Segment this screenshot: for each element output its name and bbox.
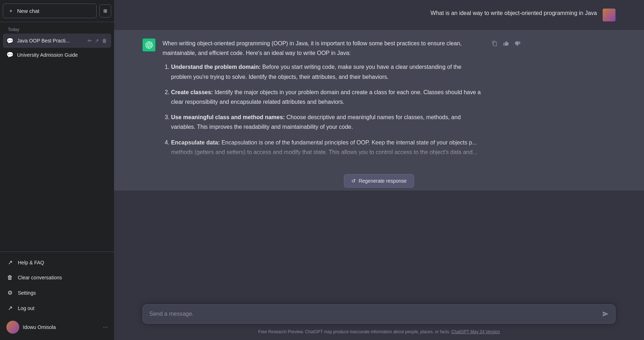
disclaimer-text: Free Research Preview. ChatGPT may produ…	[258, 329, 450, 334]
point-2-title: Create classes:	[171, 89, 213, 95]
edit-chat-button[interactable]: ✏	[87, 37, 93, 44]
message-actions	[490, 39, 522, 48]
delete-chat-button[interactable]: 🗑	[101, 37, 108, 44]
copy-icon	[492, 41, 498, 46]
chat-item-actions-1: ✏ ↗ 🗑	[87, 37, 108, 44]
assistant-avatar	[143, 39, 155, 51]
layout-icon: ⊞	[103, 8, 107, 14]
sidebar: ＋ New chat ⊞ Today 💬 Java OOP Best Pract…	[0, 0, 114, 340]
sidebar-layout-button[interactable]: ⊞	[99, 4, 111, 17]
copy-message-button[interactable]	[490, 39, 499, 48]
user-name: Idowu Omisola	[23, 324, 99, 330]
disclaimer: Free Research Preview. ChatGPT may produ…	[114, 326, 644, 340]
thumbs-up-button[interactable]	[502, 39, 510, 48]
message-input[interactable]	[149, 310, 597, 318]
thumbs-down-icon	[515, 41, 520, 46]
clear-conversations-item[interactable]: 🗑 Clear conversations	[3, 270, 111, 285]
thumbs-up-icon	[503, 41, 509, 46]
avatar-image	[6, 321, 19, 334]
help-faq-item[interactable]: ↗ Help & FAQ	[3, 255, 111, 270]
external-link-icon-1: ↗	[6, 259, 14, 266]
main-content: What is an ideal way to write object-ori…	[114, 0, 644, 340]
assistant-intro: When writing object-oriented programming…	[163, 39, 483, 58]
clear-conversations-label: Clear conversations	[18, 275, 62, 280]
chat-item-label-2: University Admission Guide	[17, 52, 108, 58]
settings-label: Settings	[18, 290, 36, 296]
assistant-message-content: When writing object-oriented programming…	[163, 39, 483, 163]
chat-item-university[interactable]: 💬 University Admission Guide	[3, 48, 111, 62]
share-chat-button[interactable]: ↗	[94, 37, 100, 44]
regenerate-icon: ↺	[351, 178, 356, 184]
chat-item-label-1: Java OOP Best Practi...	[17, 38, 83, 44]
sidebar-top: ＋ New chat ⊞	[0, 0, 114, 22]
send-icon	[602, 311, 609, 317]
new-chat-label: New chat	[17, 8, 40, 14]
input-area	[114, 299, 644, 326]
chat-icon-2: 💬	[6, 51, 14, 58]
new-chat-button[interactable]: ＋ New chat	[3, 4, 97, 18]
point-3-title: Use meaningful class and method names:	[171, 114, 285, 120]
user-message-text: What is an ideal way to write object-ori…	[431, 9, 597, 18]
chatgpt-icon	[145, 41, 153, 49]
send-button[interactable]	[600, 309, 611, 319]
thumbs-down-button[interactable]	[513, 39, 522, 48]
point-1-title: Understand the problem domain:	[171, 64, 261, 70]
point-2-body: Identify the major objects in your probl…	[171, 89, 481, 105]
disclaimer-link[interactable]: ChatGPT May 24 Version	[452, 329, 500, 334]
regenerate-button[interactable]: ↺ Regenerate response	[344, 174, 414, 188]
logout-icon: ↗	[6, 305, 14, 311]
regenerate-label: Regenerate response	[359, 178, 407, 184]
settings-item[interactable]: ⚙ Settings	[3, 285, 111, 300]
chat-icon-1: 💬	[6, 37, 14, 44]
list-item-4: Encapsulate data: Encapsulation is one o…	[171, 138, 483, 157]
gear-icon: ⚙	[6, 289, 14, 296]
trash-icon: 🗑	[6, 274, 14, 281]
user-message-row: What is an ideal way to write object-ori…	[114, 0, 644, 30]
user-menu-button[interactable]: ···	[103, 324, 108, 330]
regenerate-container: ↺ Regenerate response	[114, 171, 644, 191]
logout-item[interactable]: ↗ Log out	[3, 300, 111, 316]
list-item-1: Understand the problem domain: Before yo…	[171, 62, 483, 81]
plus-icon: ＋	[8, 7, 14, 14]
user-profile[interactable]: Idowu Omisola ···	[3, 317, 111, 337]
message-input-container	[143, 304, 615, 324]
sidebar-bottom: ↗ Help & FAQ 🗑 Clear conversations ⚙ Set…	[0, 252, 114, 340]
avatar	[6, 321, 19, 334]
help-faq-label: Help & FAQ	[18, 260, 44, 265]
user-message-avatar	[603, 9, 615, 21]
logout-label: Log out	[18, 305, 35, 311]
chat-area: What is an ideal way to write object-ori…	[114, 0, 644, 299]
best-practices-list: Understand the problem domain: Before yo…	[163, 62, 483, 157]
list-item-3: Use meaningful class and method names: C…	[171, 112, 483, 132]
today-label: Today	[3, 24, 111, 34]
assistant-message-row: When writing object-oriented programming…	[114, 30, 644, 171]
chat-list: Today 💬 Java OOP Best Practi... ✏ ↗ 🗑 💬 …	[0, 22, 114, 252]
list-item-2: Create classes: Identify the major objec…	[171, 87, 483, 107]
point-4-title: Encapsulate data:	[171, 139, 220, 146]
chat-item-java-oop[interactable]: 💬 Java OOP Best Practi... ✏ ↗ 🗑	[3, 34, 111, 48]
